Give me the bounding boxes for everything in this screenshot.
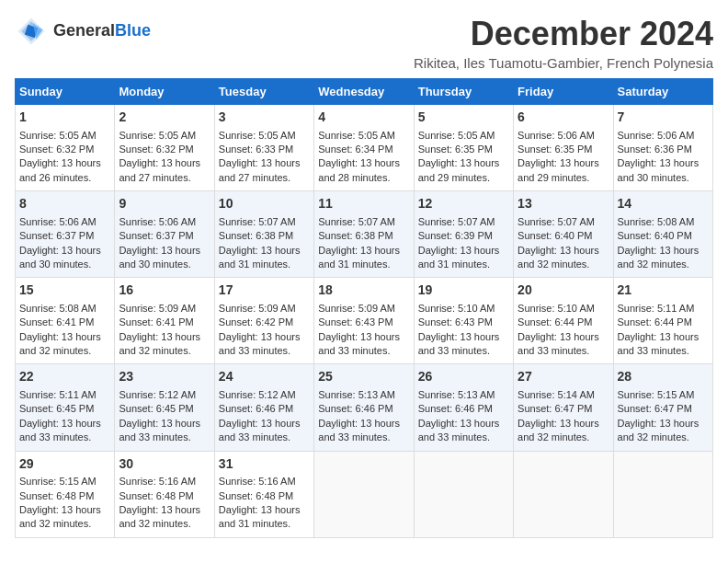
sunrise: Sunrise: 5:10 AM — [418, 303, 495, 314]
day-number: 16 — [119, 282, 210, 300]
title-area: December 2024 Rikitea, Iles Tuamotu-Gamb… — [414, 15, 713, 71]
day-number: 25 — [318, 368, 409, 386]
logo-line1: General — [53, 21, 115, 40]
sunset: Sunset: 6:48 PM — [119, 490, 193, 501]
week-row-5: 29Sunrise: 5:15 AMSunset: 6:48 PMDayligh… — [16, 451, 713, 537]
daylight: Daylight: 13 hours and 32 minutes. — [19, 504, 101, 529]
sunset: Sunset: 6:35 PM — [518, 144, 592, 155]
calendar-cell: 20Sunrise: 5:10 AMSunset: 6:44 PMDayligh… — [514, 278, 613, 364]
calendar-cell: 24Sunrise: 5:12 AMSunset: 6:46 PMDayligh… — [214, 364, 313, 451]
daylight: Daylight: 13 hours and 32 minutes. — [518, 245, 599, 270]
calendar-cell: 6Sunrise: 5:06 AMSunset: 6:35 PMDaylight… — [514, 105, 613, 191]
day-number: 12 — [418, 195, 509, 213]
daylight: Daylight: 13 hours and 30 minutes. — [618, 157, 700, 182]
daylight: Daylight: 13 hours and 33 minutes. — [119, 418, 200, 442]
logo-text: GeneralBlue — [53, 22, 151, 40]
sunset: Sunset: 6:46 PM — [219, 403, 293, 414]
header-wednesday: Wednesday — [314, 79, 414, 105]
day-number: 15 — [19, 282, 110, 300]
sunset: Sunset: 6:42 PM — [219, 316, 293, 327]
daylight: Daylight: 13 hours and 32 minutes. — [119, 504, 200, 529]
week-row-1: 1Sunrise: 5:05 AMSunset: 6:32 PMDaylight… — [16, 105, 713, 191]
header-sunday: Sunday — [16, 79, 115, 105]
calendar-cell: 8Sunrise: 5:06 AMSunset: 6:37 PMDaylight… — [16, 191, 115, 278]
sunrise: Sunrise: 5:06 AM — [618, 130, 695, 141]
header-saturday: Saturday — [613, 79, 712, 105]
day-number: 9 — [119, 195, 210, 213]
sunrise: Sunrise: 5:05 AM — [219, 130, 296, 141]
day-number: 8 — [19, 195, 110, 213]
header-tuesday: Tuesday — [214, 79, 313, 105]
sunset: Sunset: 6:48 PM — [19, 490, 94, 501]
sunset: Sunset: 6:35 PM — [418, 144, 493, 155]
day-number: 26 — [418, 368, 509, 386]
logo-line2: Blue — [115, 21, 151, 40]
day-number: 4 — [318, 109, 409, 127]
day-number: 18 — [318, 282, 409, 300]
daylight: Daylight: 13 hours and 27 minutes. — [119, 157, 200, 182]
sunrise: Sunrise: 5:07 AM — [318, 216, 395, 227]
calendar-cell: 2Sunrise: 5:05 AMSunset: 6:32 PMDaylight… — [115, 105, 214, 191]
sunset: Sunset: 6:47 PM — [618, 403, 692, 414]
sunset: Sunset: 6:40 PM — [618, 230, 692, 241]
day-number: 17 — [219, 282, 310, 300]
day-number: 6 — [518, 109, 609, 127]
sunrise: Sunrise: 5:09 AM — [318, 303, 395, 314]
sunrise: Sunrise: 5:13 AM — [318, 389, 395, 400]
sunset: Sunset: 6:34 PM — [318, 144, 392, 155]
week-row-3: 15Sunrise: 5:08 AMSunset: 6:41 PMDayligh… — [16, 278, 713, 364]
sunset: Sunset: 6:45 PM — [19, 403, 94, 414]
day-number: 20 — [518, 282, 609, 300]
sunset: Sunset: 6:33 PM — [219, 144, 293, 155]
logo-icon — [15, 15, 48, 48]
calendar-cell — [613, 451, 712, 537]
sunrise: Sunrise: 5:06 AM — [518, 130, 595, 141]
day-number: 22 — [19, 368, 110, 386]
calendar-header-row: SundayMondayTuesdayWednesdayThursdayFrid… — [16, 79, 713, 105]
daylight: Daylight: 13 hours and 29 minutes. — [518, 157, 599, 182]
day-number: 27 — [518, 368, 609, 386]
calendar-cell: 14Sunrise: 5:08 AMSunset: 6:40 PMDayligh… — [613, 191, 712, 278]
sunrise: Sunrise: 5:16 AM — [119, 476, 196, 487]
daylight: Daylight: 13 hours and 33 minutes. — [518, 331, 599, 356]
calendar-cell: 27Sunrise: 5:14 AMSunset: 6:47 PMDayligh… — [514, 364, 613, 451]
calendar-cell: 17Sunrise: 5:09 AMSunset: 6:42 PMDayligh… — [214, 278, 313, 364]
sunrise: Sunrise: 5:08 AM — [19, 303, 97, 314]
calendar-cell: 1Sunrise: 5:05 AMSunset: 6:32 PMDaylight… — [16, 105, 115, 191]
calendar-cell: 19Sunrise: 5:10 AMSunset: 6:43 PMDayligh… — [414, 278, 513, 364]
sunset: Sunset: 6:36 PM — [618, 144, 692, 155]
calendar-cell: 15Sunrise: 5:08 AMSunset: 6:41 PMDayligh… — [16, 278, 115, 364]
sunrise: Sunrise: 5:09 AM — [119, 303, 196, 314]
calendar-cell: 23Sunrise: 5:12 AMSunset: 6:45 PMDayligh… — [115, 364, 214, 451]
sunrise: Sunrise: 5:12 AM — [119, 389, 196, 400]
calendar-cell: 31Sunrise: 5:16 AMSunset: 6:48 PMDayligh… — [214, 451, 313, 537]
sunrise: Sunrise: 5:11 AM — [618, 303, 695, 314]
calendar-cell — [314, 451, 414, 537]
day-number: 13 — [518, 195, 609, 213]
page-header: GeneralBlue December 2024 Rikitea, Iles … — [15, 15, 713, 71]
daylight: Daylight: 13 hours and 29 minutes. — [418, 157, 500, 182]
sunset: Sunset: 6:41 PM — [19, 316, 94, 327]
sunset: Sunset: 6:41 PM — [119, 316, 193, 327]
daylight: Daylight: 13 hours and 33 minutes. — [418, 418, 500, 442]
sunset: Sunset: 6:38 PM — [318, 230, 392, 241]
day-number: 19 — [418, 282, 509, 300]
daylight: Daylight: 13 hours and 28 minutes. — [318, 157, 400, 182]
daylight: Daylight: 13 hours and 32 minutes. — [119, 331, 200, 356]
sunrise: Sunrise: 5:15 AM — [19, 476, 97, 487]
calendar-cell: 30Sunrise: 5:16 AMSunset: 6:48 PMDayligh… — [115, 451, 214, 537]
calendar-cell: 26Sunrise: 5:13 AMSunset: 6:46 PMDayligh… — [414, 364, 513, 451]
day-number: 24 — [219, 368, 310, 386]
day-number: 21 — [618, 282, 709, 300]
week-row-2: 8Sunrise: 5:06 AMSunset: 6:37 PMDaylight… — [16, 191, 713, 278]
calendar-cell: 4Sunrise: 5:05 AMSunset: 6:34 PMDaylight… — [314, 105, 414, 191]
sunset: Sunset: 6:46 PM — [418, 403, 493, 414]
calendar-cell: 7Sunrise: 5:06 AMSunset: 6:36 PMDaylight… — [613, 105, 712, 191]
logo: GeneralBlue — [15, 15, 151, 48]
calendar-cell: 25Sunrise: 5:13 AMSunset: 6:46 PMDayligh… — [314, 364, 414, 451]
calendar-cell: 5Sunrise: 5:05 AMSunset: 6:35 PMDaylight… — [414, 105, 513, 191]
daylight: Daylight: 13 hours and 33 minutes. — [418, 331, 500, 356]
sunset: Sunset: 6:45 PM — [119, 403, 193, 414]
daylight: Daylight: 13 hours and 32 minutes. — [518, 418, 599, 442]
sunrise: Sunrise: 5:05 AM — [119, 130, 196, 141]
